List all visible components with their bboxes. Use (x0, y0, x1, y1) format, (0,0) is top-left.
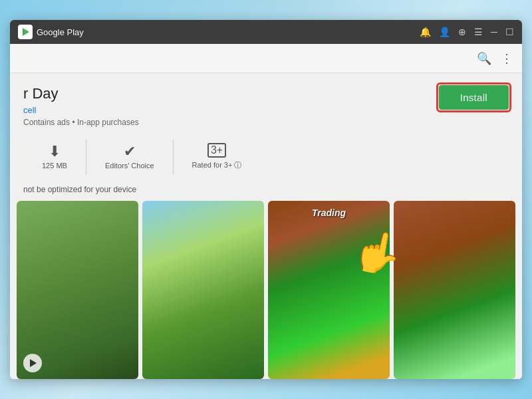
window-frame: Google Play 🔔 👤 ⊕ ☰ ─ ☐ 🔍 ⋮ r Day cell C… (10, 20, 522, 379)
screenshot-2[interactable] (142, 201, 264, 379)
notification-icon[interactable]: 🔔 (420, 27, 431, 37)
app-title: r Day (23, 85, 439, 102)
more-options-icon[interactable]: ⋮ (501, 51, 513, 66)
stat-rating: 3+ Rated for 3+ ⓘ (174, 138, 261, 176)
app-details: r Day cell Contains ads • In-app purchas… (23, 85, 439, 127)
stat-size-label: 125 MB (42, 162, 67, 170)
account-icon[interactable]: 👤 (439, 27, 450, 37)
device-note: not be optimized for your device (10, 182, 522, 201)
search-icon[interactable]: 🔍 (477, 51, 491, 66)
title-bar-icons: 🔔 👤 ⊕ ☰ ─ ☐ (420, 27, 514, 37)
play-store-icon (23, 28, 29, 36)
badge-icon: ✔ (124, 144, 136, 159)
title-bar: Google Play 🔔 👤 ⊕ ☰ ─ ☐ (10, 20, 522, 44)
hamburger-menu-icon[interactable]: ☰ (474, 27, 483, 37)
screenshot-1[interactable] (17, 201, 138, 379)
app-meta: Contains ads • In-app purchases (23, 118, 439, 127)
stat-editors-choice-label: Editors' Choice (105, 162, 154, 170)
toolbar: 🔍 ⋮ (10, 44, 522, 73)
stat-rating-label: Rated for 3+ ⓘ (192, 160, 242, 170)
minimize-icon[interactable]: ─ (491, 27, 497, 37)
download-icon: ⬇ (49, 144, 61, 159)
title-bar-logo: Google Play (18, 25, 84, 39)
play-store-icon-wrap (18, 25, 33, 39)
help-icon[interactable]: ⊕ (458, 27, 466, 37)
stat-editors-choice: ✔ Editors' Choice (86, 139, 174, 175)
app-developer: cell (23, 105, 439, 115)
install-button-wrap: Install (439, 85, 509, 110)
main-content: r Day cell Contains ads • In-app purchas… (10, 73, 522, 379)
ss1-play-button[interactable] (23, 354, 42, 372)
maximize-icon[interactable]: ☐ (505, 27, 514, 37)
rating-icon: 3+ (207, 143, 226, 158)
screenshot-4[interactable] (394, 201, 515, 379)
app-name: Google Play (37, 27, 84, 37)
install-button[interactable]: Install (439, 85, 509, 110)
screenshot-3-label: Trading (312, 207, 346, 218)
screenshots-row: Trading (10, 201, 522, 379)
stat-size: ⬇ 125 MB (23, 139, 86, 175)
app-info-section: r Day cell Contains ads • In-app purchas… (10, 73, 522, 134)
ss1-play-icon (30, 359, 37, 367)
stats-row: ⬇ 125 MB ✔ Editors' Choice 3+ Rated for … (10, 134, 522, 182)
screenshot-3[interactable]: Trading (268, 201, 390, 379)
